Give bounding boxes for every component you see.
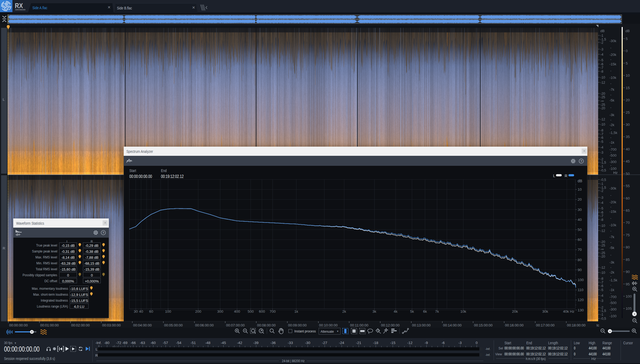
- svg-text:30k: 30k: [542, 309, 548, 314]
- svg-text:40k Hz: 40k Hz: [563, 309, 574, 314]
- svg-text:70: 70: [578, 248, 582, 252]
- svg-text:600: 600: [259, 309, 265, 314]
- svg-text:30: 30: [578, 208, 582, 212]
- svg-text:40: 40: [578, 218, 582, 222]
- svg-text:1k: 1k: [294, 309, 298, 314]
- svg-text:2k: 2k: [342, 309, 346, 314]
- svg-text:400: 400: [234, 309, 240, 314]
- svg-text:10: 10: [578, 187, 582, 191]
- svg-text:100: 100: [578, 278, 584, 282]
- svg-text:dB: dB: [578, 179, 582, 183]
- svg-text:120: 120: [578, 298, 584, 302]
- svg-text:4k: 4k: [394, 309, 398, 314]
- svg-text:60: 60: [149, 309, 153, 314]
- svg-text:500: 500: [248, 309, 254, 314]
- svg-text:80: 80: [578, 258, 582, 262]
- svg-text:110: 110: [578, 288, 584, 292]
- svg-text:200: 200: [195, 309, 201, 314]
- svg-text:700: 700: [270, 309, 276, 314]
- svg-text:6k: 6k: [423, 309, 427, 314]
- svg-text:100: 100: [165, 309, 171, 314]
- svg-text:130: 130: [578, 308, 584, 312]
- svg-text:7k: 7k: [435, 309, 439, 314]
- svg-text:?: ?: [102, 231, 104, 234]
- svg-text:10k: 10k: [460, 309, 466, 314]
- svg-text:20: 20: [578, 197, 582, 201]
- svg-text:40: 40: [139, 309, 143, 314]
- svg-text:5k: 5k: [410, 309, 414, 314]
- svg-text:50: 50: [578, 228, 582, 232]
- svg-text:20k: 20k: [512, 309, 518, 314]
- svg-text:30: 30: [134, 309, 138, 314]
- svg-text:3k: 3k: [372, 309, 376, 314]
- svg-text:300: 300: [217, 309, 223, 314]
- svg-text:90: 90: [578, 268, 582, 272]
- svg-text:?: ?: [580, 160, 582, 163]
- svg-text:60: 60: [578, 238, 582, 242]
